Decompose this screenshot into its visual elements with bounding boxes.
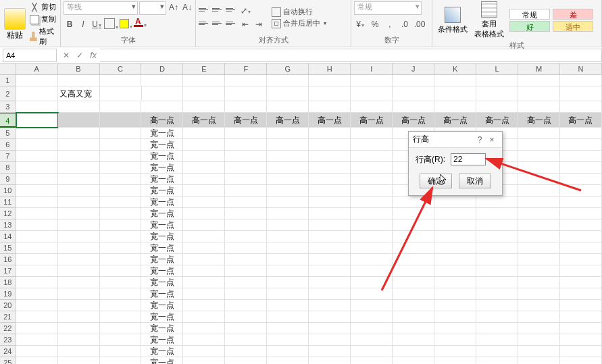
row-header-20[interactable]: 20 [0, 300, 16, 311]
row-header-5[interactable]: 5 [0, 128, 16, 139]
fx-button[interactable]: fx [86, 49, 100, 62]
align-left-button[interactable] [199, 18, 211, 28]
cell-J4[interactable]: 高一点 [393, 113, 434, 128]
cell-D1[interactable] [141, 75, 183, 86]
cell-A4[interactable] [16, 113, 58, 128]
cell-I15[interactable] [351, 242, 393, 254]
cell-E5[interactable] [183, 128, 225, 139]
cancel-formula-button[interactable]: ✕ [59, 49, 73, 62]
cell-J1[interactable] [393, 75, 434, 86]
cell-G23[interactable] [267, 334, 309, 346]
row-header-2[interactable]: 2 [0, 86, 16, 101]
cell-L14[interactable] [476, 231, 518, 242]
row-header-19[interactable]: 19 [0, 288, 16, 300]
cell-D9[interactable]: 宽一点 [141, 174, 183, 185]
cell-L19[interactable] [476, 288, 518, 300]
cell-N12[interactable] [560, 208, 602, 219]
cell-J20[interactable] [393, 300, 434, 311]
cell-M1[interactable] [518, 75, 560, 86]
cell-J16[interactable] [393, 254, 434, 265]
cell-B24[interactable] [58, 346, 100, 357]
format-painter-button[interactable]: 格式刷 [28, 26, 57, 47]
cell-K2[interactable] [434, 86, 476, 101]
cell-I18[interactable] [351, 277, 393, 288]
cell-G16[interactable] [267, 254, 309, 265]
cell-I11[interactable] [351, 197, 393, 208]
cell-J23[interactable] [393, 334, 434, 346]
cell-G20[interactable] [267, 300, 309, 311]
cell-G12[interactable] [267, 208, 309, 219]
cell-D20[interactable]: 宽一点 [141, 300, 183, 311]
cell-A22[interactable] [16, 323, 58, 334]
cell-A1[interactable] [16, 75, 58, 86]
cell-J2[interactable] [393, 86, 434, 101]
cell-E3[interactable] [183, 101, 225, 113]
cell-M3[interactable] [518, 101, 560, 113]
cell-D22[interactable]: 宽一点 [141, 323, 183, 334]
cell-B5[interactable] [58, 128, 100, 139]
column-header-L[interactable]: L [476, 63, 518, 75]
cell-E12[interactable] [183, 208, 225, 219]
cell-B9[interactable] [58, 174, 100, 185]
cell-B15[interactable] [58, 242, 100, 254]
cell-E18[interactable] [183, 277, 225, 288]
cell-L25[interactable] [476, 357, 518, 364]
cell-A6[interactable] [16, 139, 58, 151]
cell-A19[interactable] [16, 288, 58, 300]
column-header-F[interactable]: F [225, 63, 267, 75]
cell-G5[interactable] [267, 128, 309, 139]
cell-F2[interactable] [225, 86, 267, 101]
cell-E14[interactable] [183, 231, 225, 242]
cell-F24[interactable] [225, 346, 267, 357]
cell-F16[interactable] [225, 254, 267, 265]
cell-D13[interactable]: 宽一点 [141, 219, 183, 231]
cell-A18[interactable] [16, 277, 58, 288]
cell-I16[interactable] [351, 254, 393, 265]
cell-C5[interactable] [100, 128, 142, 139]
increase-indent-button[interactable]: ⇥ [253, 18, 265, 30]
dialog-close-button[interactable]: × [486, 135, 498, 145]
cell-L17[interactable] [476, 265, 518, 277]
cell-N24[interactable] [560, 346, 602, 357]
cell-M17[interactable] [518, 265, 560, 277]
cell-N13[interactable] [560, 219, 602, 231]
formula-input[interactable] [100, 49, 602, 62]
underline-button[interactable]: U [91, 18, 103, 30]
cell-D2[interactable] [142, 86, 184, 101]
cell-B8[interactable] [58, 162, 100, 174]
cell-I9[interactable] [351, 174, 393, 185]
cell-D24[interactable]: 宽一点 [141, 346, 183, 357]
column-header-A[interactable]: A [16, 63, 58, 75]
cell-C6[interactable] [100, 139, 142, 151]
row-header-23[interactable]: 23 [0, 334, 16, 346]
cell-F19[interactable] [225, 288, 267, 300]
font-name-select[interactable]: 等线 [64, 1, 138, 15]
cell-K22[interactable] [434, 323, 476, 334]
cell-I21[interactable] [351, 311, 393, 323]
bold-button[interactable]: B [64, 18, 76, 30]
cell-H15[interactable] [309, 242, 351, 254]
row-header-14[interactable]: 14 [0, 231, 16, 242]
cell-N7[interactable] [560, 151, 602, 162]
cell-F17[interactable] [225, 265, 267, 277]
row-header-11[interactable]: 11 [0, 197, 16, 208]
percent-button[interactable]: % [369, 18, 381, 30]
cell-F14[interactable] [225, 231, 267, 242]
cell-E25[interactable] [183, 357, 225, 364]
cell-D14[interactable]: 宽一点 [141, 231, 183, 242]
cell-B12[interactable] [58, 208, 100, 219]
cell-H18[interactable] [309, 277, 351, 288]
cell-N21[interactable] [560, 311, 602, 323]
cell-N1[interactable] [560, 75, 602, 86]
cell-I23[interactable] [351, 334, 393, 346]
cell-L21[interactable] [476, 311, 518, 323]
cell-A12[interactable] [16, 208, 58, 219]
cell-H3[interactable] [309, 101, 351, 113]
cell-C17[interactable] [100, 265, 142, 277]
cell-G11[interactable] [267, 197, 309, 208]
cell-H1[interactable] [309, 75, 351, 86]
cell-A9[interactable] [16, 174, 58, 185]
align-top-button[interactable] [199, 5, 211, 14]
cell-I4[interactable]: 高一点 [351, 113, 393, 128]
cell-M9[interactable] [518, 174, 560, 185]
